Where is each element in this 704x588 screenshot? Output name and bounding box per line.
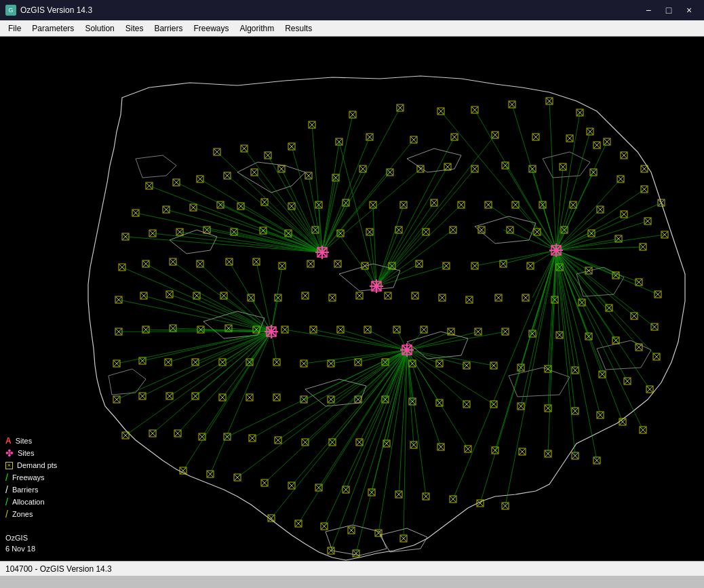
legend-sites-a: A Sites <box>5 435 57 447</box>
window-controls: − □ × <box>639 3 699 18</box>
legend-demand-pts-icon <box>5 462 13 469</box>
legend-allocation-icon: / <box>5 496 8 508</box>
legend-freeways-label: Freeways <box>12 471 45 484</box>
legend-zones-icon: / <box>5 508 8 520</box>
menu-barriers[interactable]: Barriers <box>149 21 188 36</box>
menu-solution[interactable]: Solution <box>79 21 119 36</box>
status-bar: 104700 - OzGIS Version 14.3 <box>0 561 704 576</box>
legend-barriers: / Barriers <box>5 484 57 496</box>
close-button[interactable]: × <box>680 3 699 18</box>
legend-sites-cross: ✤ Sites <box>5 447 57 459</box>
menu-bar: File Parameters Solution Sites Barriers … <box>0 20 704 37</box>
app-icon: G <box>5 5 16 16</box>
map-svg <box>0 37 704 561</box>
map-legend: A Sites ✤ Sites Demand pts / Freeways / … <box>5 435 57 520</box>
date-display: 6 Nov 18 <box>5 543 35 554</box>
legend-demand-pts: Demand pts <box>5 459 57 471</box>
maximize-button[interactable]: □ <box>659 3 678 18</box>
window-title: OzGIS Version 14.3 <box>20 5 92 15</box>
date-area: OzGIS 6 Nov 18 <box>5 532 35 554</box>
menu-parameters[interactable]: Parameters <box>26 21 79 36</box>
title-bar: G OzGIS Version 14.3 − □ × <box>0 0 704 20</box>
legend-barriers-icon: / <box>5 484 8 496</box>
menu-results[interactable]: Results <box>279 21 317 36</box>
legend-zones-label: Zones <box>12 508 33 520</box>
legend-allocation-label: Allocation <box>12 496 45 508</box>
legend-sites-cross-icon: ✤ <box>5 447 14 459</box>
legend-sites-a-icon: A <box>5 435 12 447</box>
legend-sites-cross-label: Sites <box>18 447 34 459</box>
legend-demand-pts-label: Demand pts <box>17 459 57 471</box>
legend-zones: / Zones <box>5 508 57 520</box>
menu-file[interactable]: File <box>3 21 26 36</box>
menu-algorithm[interactable]: Algorithm <box>234 21 279 36</box>
legend-freeways-icon: / <box>5 471 8 484</box>
map-canvas[interactable]: A Sites ✤ Sites Demand pts / Freeways / … <box>0 37 704 561</box>
legend-sites-a-label: Sites <box>16 435 32 447</box>
status-text: 104700 - OzGIS Version 14.3 <box>5 564 112 574</box>
app-name: OzGIS <box>5 532 35 543</box>
legend-freeways: / Freeways <box>5 471 57 484</box>
minimize-button[interactable]: − <box>639 3 658 18</box>
menu-freeways[interactable]: Freeways <box>188 21 234 36</box>
legend-barriers-label: Barriers <box>12 484 39 496</box>
menu-sites[interactable]: Sites <box>120 21 149 36</box>
legend-allocation: / Allocation <box>5 496 57 508</box>
